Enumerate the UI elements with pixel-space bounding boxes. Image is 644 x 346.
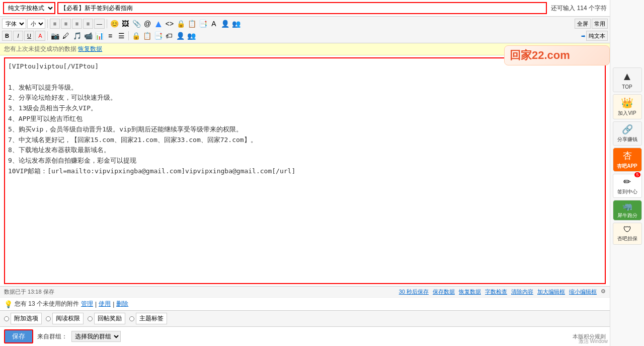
arrow-icon[interactable]: ➡	[581, 33, 585, 39]
align-left-btn[interactable]: ≡	[50, 19, 60, 29]
rb-icon11[interactable]: 🏷	[164, 31, 174, 41]
editor-content[interactable]	[4, 57, 606, 284]
rb-icon6[interactable]: ≡	[105, 31, 115, 41]
crown-icon: 👑	[621, 97, 633, 109]
rb-icon4[interactable]: 📹	[83, 31, 93, 41]
rb-icon13[interactable]: 👥	[186, 31, 196, 41]
sign-button[interactable]: ✏ 签到中心 5	[613, 174, 642, 198]
rb-icon12[interactable]: 👤	[175, 31, 185, 41]
at-icon[interactable]: @	[142, 19, 152, 29]
title-input[interactable]	[57, 2, 547, 14]
windows-activate-text: 激活 Window	[579, 338, 608, 345]
tab-read[interactable]: 阅读权限	[46, 313, 84, 324]
tab-reward[interactable]: 回帖奖励	[88, 313, 125, 324]
icon3[interactable]: 📑	[198, 19, 208, 29]
save-button[interactable]: 保存	[4, 329, 33, 343]
tab-extra-label[interactable]: 附加选项	[11, 313, 42, 324]
vip-button[interactable]: 👑 加入VIP	[613, 94, 642, 119]
icon2[interactable]: 📋	[187, 19, 197, 29]
xingba-icon: 杏	[623, 150, 632, 162]
xingba-label: 杏吧APP	[617, 163, 637, 170]
align-right-btn[interactable]: ≡	[72, 19, 82, 29]
auto-save-link[interactable]: 30 秒后保存	[399, 288, 429, 296]
italic-btn[interactable]: I	[13, 31, 23, 41]
xingba-button[interactable]: 杏 杏吧APP	[613, 148, 642, 172]
rb-icon7[interactable]: ☰	[116, 31, 126, 41]
size-select[interactable]: 小	[27, 19, 45, 29]
top-bar: 纯文字按格式富文本格式 还可输入 114 个字符	[0, 0, 610, 17]
clear-link[interactable]: 清除内容	[511, 288, 533, 296]
niufen-button[interactable]: 🦏 犀牛跑分	[613, 200, 642, 221]
recovery-link[interactable]: 恢复数据	[78, 45, 102, 52]
divider-btn[interactable]: —	[94, 19, 105, 29]
save-data-link[interactable]: 保存数据	[433, 288, 455, 296]
restore-data-link[interactable]: 恢复数据	[459, 288, 481, 296]
tab-tags-label[interactable]: 主题标签	[136, 313, 167, 324]
align-center-btn[interactable]: ≡	[61, 19, 71, 29]
tab-extra[interactable]: 附加选项	[4, 313, 42, 324]
format-select[interactable]: 纯文字按格式富文本格式	[3, 2, 55, 14]
bold-btn[interactable]: B	[2, 31, 12, 41]
code-icon[interactable]: <>	[165, 19, 175, 29]
icon5[interactable]: 👤	[220, 19, 230, 29]
icon6[interactable]: 👥	[231, 19, 241, 29]
word-count-link[interactable]: 字数检查	[485, 288, 507, 296]
save-bar: 保存 来自群组： 选择我的群组 本版积分规则	[0, 326, 610, 346]
image-icon[interactable]: 🖼	[120, 19, 130, 29]
color-btn[interactable]: A	[35, 31, 45, 41]
attachment-notice: 💡 您有 13 个未使用的附件 管理 | 使用 | 删除	[0, 297, 610, 310]
share-label: 分享赚钱	[617, 136, 637, 143]
tab-extra-radio[interactable]	[4, 316, 9, 321]
manage-link[interactable]: 管理	[81, 300, 93, 308]
toolbar: 字体 小 ≡ ≡ ≡ ≡ — 😊 🖼 📎 @ ▲ <> 🔒 📋	[0, 17, 610, 43]
bottom-tabs: 附加选项 阅读权限 回帖奖励 主题标签	[0, 310, 610, 326]
toolbar-row1: 字体 小 ≡ ≡ ≡ ≡ — 😊 🖼 📎 @ ▲ <> 🔒 📋	[2, 18, 608, 30]
sign-badge: 5	[634, 172, 640, 177]
toolbar-row2: B I U A 📷 🖊 🎵 📹 📊 ≡ ☰ 🔒 📋 📑 🏷 👤 👥	[2, 30, 608, 42]
tab-reward-radio[interactable]	[88, 316, 93, 321]
top-label: TOP	[622, 84, 632, 90]
share-button[interactable]: 🔗 分享赚钱	[613, 121, 642, 146]
tab-tags[interactable]: 主题标签	[129, 313, 167, 324]
icon1[interactable]: 🔒	[176, 19, 186, 29]
align-justify-btn[interactable]: ≡	[83, 19, 93, 29]
vip-label: 加入VIP	[618, 110, 636, 117]
font-select[interactable]: 字体	[2, 19, 26, 29]
plain-text-btn[interactable]: 纯文本	[586, 31, 608, 41]
rb-icon8[interactable]: 🔒	[131, 31, 141, 41]
editor-area: 纯文字按格式富文本格式 还可输入 114 个字符 字体 小 ≡ ≡ ≡ ≡ — …	[0, 0, 610, 346]
expand-link[interactable]: 加大编辑框	[537, 288, 565, 296]
guarantee-button[interactable]: 🛡 杏吧担保	[613, 223, 642, 245]
sep4	[128, 31, 129, 40]
attach-icon[interactable]: 📎	[131, 19, 141, 29]
tab-read-radio[interactable]	[46, 316, 51, 321]
separator2	[107, 19, 107, 28]
source-label: 来自群组：	[37, 332, 67, 341]
delete-link[interactable]: 删除	[116, 300, 128, 308]
settings-icon[interactable]: ⚙	[601, 288, 606, 296]
use-link[interactable]: 使用	[99, 300, 111, 308]
emoji-icon[interactable]: 😊	[109, 19, 119, 29]
underline-btn[interactable]: U	[24, 31, 34, 41]
tab-read-label[interactable]: 阅读权限	[52, 313, 84, 324]
top-button[interactable]: ▲ TOP	[613, 67, 642, 92]
separator-bar: |	[95, 301, 97, 308]
upload-video-icon[interactable]: ▲	[153, 19, 164, 29]
rb-icon5[interactable]: 📊	[94, 31, 104, 41]
rb-icon9[interactable]: 📋	[142, 31, 152, 41]
icon4[interactable]: A	[209, 19, 219, 29]
rb-icon2[interactable]: 🖊	[61, 31, 71, 41]
normal-btn[interactable]: 常用	[592, 19, 608, 29]
sign-icon: ✏	[623, 176, 631, 187]
fullscreen-btn[interactable]: 全屏	[575, 19, 591, 29]
rb-icon10[interactable]: 📑	[153, 31, 163, 41]
rb-icon3[interactable]: 🎵	[72, 31, 82, 41]
char-count: 还可输入 114 个字符	[551, 4, 607, 13]
shrink-link[interactable]: 缩小编辑框	[569, 288, 597, 296]
save-status: 数据已于 13:18 保存	[4, 288, 54, 296]
tab-tags-radio[interactable]	[129, 316, 134, 321]
status-bar: 数据已于 13:18 保存 30 秒后保存 保存数据 恢复数据 字数检查 清除内…	[0, 286, 610, 297]
tab-reward-label[interactable]: 回帖奖励	[94, 313, 125, 324]
rb-icon1[interactable]: 📷	[50, 31, 60, 41]
source-select[interactable]: 选择我的群组	[71, 331, 121, 342]
